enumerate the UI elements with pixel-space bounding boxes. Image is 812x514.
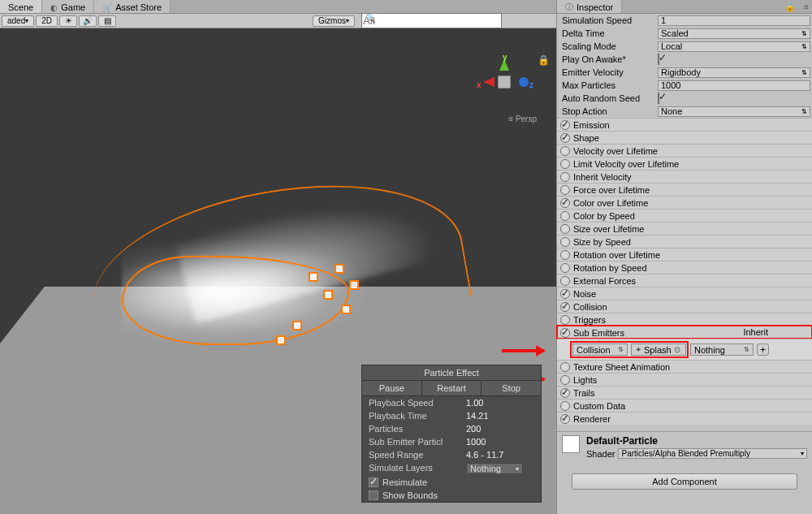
module-triggers[interactable]: Triggers: [557, 313, 812, 326]
resimulate-checkbox[interactable]: [369, 477, 378, 487]
add-component-row: Add Component: [572, 473, 797, 490]
delta-time-dropdown[interactable]: Scaled⇅: [658, 28, 810, 39]
module-enable-checkbox[interactable]: [560, 388, 570, 398]
shading-mode-dropdown[interactable]: aded ▾: [2, 15, 34, 27]
shader-dropdown[interactable]: Particles/Alpha Blended Premultiply▾: [618, 448, 807, 459]
playback-time-value[interactable]: 14.21: [466, 411, 489, 421]
play-on-awake-checkbox[interactable]: [658, 54, 659, 65]
particle-icon: ✦: [635, 345, 641, 354]
scaling-mode-dropdown[interactable]: Local⇅: [658, 41, 810, 52]
module-inherit-velocity[interactable]: Inherit Velocity: [557, 170, 812, 183]
module-enable-checkbox[interactable]: [560, 289, 570, 299]
material-name: Default-Particle: [562, 435, 807, 447]
module-enable-checkbox[interactable]: [560, 401, 570, 411]
tab-asset-store[interactable]: 🛒Asset Store: [94, 0, 171, 13]
projection-label[interactable]: ≡ Persp: [508, 114, 537, 123]
tab-game[interactable]: ◐Game: [42, 0, 94, 13]
module-enable-checkbox[interactable]: [560, 185, 570, 195]
gizmo-x-cone[interactable]: [483, 77, 495, 87]
sub-emitter-inherit-dropdown[interactable]: Nothing⇅: [690, 343, 754, 356]
annotation-arrow-1: [502, 349, 544, 352]
module-rotation-over-lifetime[interactable]: Rotation over Lifetime: [557, 248, 812, 261]
speaker-icon: 🔊: [83, 16, 93, 25]
material-header[interactable]: Default-Particle Shader Particles/Alpha …: [557, 431, 812, 462]
auto-random-seed-label: Auto Random Seed: [559, 93, 658, 103]
sub-emitter-condition-dropdown[interactable]: Collision⇅: [572, 343, 628, 356]
module-enable-checkbox[interactable]: [560, 237, 570, 247]
module-size-over-lifetime[interactable]: Size over Lifetime: [557, 222, 812, 235]
module-custom-data[interactable]: Custom Data: [557, 399, 812, 412]
module-limit-velocity-over-lifetime[interactable]: Limit Velocity over Lifetime: [557, 157, 812, 170]
module-enable-checkbox[interactable]: [560, 146, 570, 156]
module-enable-checkbox[interactable]: [560, 224, 570, 234]
tab-inspector[interactable]: ⓘ Inspector: [557, 0, 622, 13]
module-enable-checkbox[interactable]: [560, 250, 570, 260]
simulation-speed-field[interactable]: 1: [658, 15, 810, 26]
stop-action-dropdown[interactable]: None⇅: [658, 106, 810, 117]
module-force-over-lifetime[interactable]: Force over Lifetime: [557, 183, 812, 196]
module-enable-checkbox[interactable]: [560, 302, 570, 312]
fx-toggle[interactable]: ▤: [98, 15, 116, 27]
module-velocity-over-lifetime[interactable]: Velocity over Lifetime: [557, 144, 812, 157]
module-emission[interactable]: Emission: [557, 118, 812, 131]
orientation-gizmo[interactable]: x y z: [477, 53, 533, 110]
playback-speed-value[interactable]: 1.00: [466, 398, 483, 408]
simulate-layers-dropdown[interactable]: Nothing▾: [466, 463, 523, 474]
module-shape[interactable]: Shape: [557, 131, 812, 144]
gizmo-z-cone[interactable]: [519, 77, 529, 87]
module-color-over-lifetime[interactable]: Color over Lifetime: [557, 196, 812, 209]
module-texture-sheet-animation[interactable]: Texture Sheet Animation: [557, 360, 812, 373]
auto-random-seed-checkbox[interactable]: [658, 93, 659, 104]
module-lights[interactable]: Lights: [557, 373, 812, 386]
max-particles-field[interactable]: 1000: [658, 80, 810, 91]
module-enable-checkbox[interactable]: [560, 133, 570, 143]
lock-icon[interactable]: 🔒: [538, 54, 550, 66]
show-bounds-checkbox[interactable]: [369, 490, 378, 500]
module-enable-checkbox[interactable]: [560, 211, 570, 221]
module-external-forces[interactable]: External Forces: [557, 274, 812, 287]
pause-button[interactable]: Pause: [362, 381, 422, 395]
module-enable-checkbox[interactable]: [560, 375, 570, 385]
restart-button[interactable]: Restart: [422, 381, 482, 395]
module-enable-checkbox[interactable]: [560, 159, 570, 169]
module-sub-emitters[interactable]: Sub Emitters: [557, 326, 812, 339]
scene-search-input[interactable]: [361, 13, 502, 28]
sub-emitter-object-field[interactable]: ✦Splash⊙: [631, 343, 686, 356]
module-noise[interactable]: Noise: [557, 287, 812, 300]
object-picker-icon[interactable]: ⊙: [674, 345, 680, 354]
module-enable-checkbox[interactable]: [560, 315, 570, 325]
module-enable-checkbox[interactable]: [560, 328, 570, 338]
add-sub-emitter-button[interactable]: +: [757, 343, 769, 356]
tab-scene[interactable]: Scene: [0, 0, 42, 13]
module-enable-checkbox[interactable]: [560, 120, 570, 130]
inspector-lock-icon[interactable]: 🔒: [780, 2, 801, 12]
module-enable-checkbox[interactable]: [560, 362, 570, 372]
inspector-menu-icon[interactable]: ≡: [801, 2, 812, 11]
emitter-velocity-label: Emitter Velocity: [559, 67, 658, 77]
module-trails[interactable]: Trails: [557, 386, 812, 399]
module-collision[interactable]: Collision: [557, 300, 812, 313]
audio-toggle[interactable]: 🔊: [79, 15, 97, 27]
module-enable-checkbox[interactable]: [560, 198, 570, 208]
module-rotation-by-speed[interactable]: Rotation by Speed: [557, 261, 812, 274]
toggle-2d[interactable]: 2D: [36, 15, 58, 27]
updown-icon: ⇅: [744, 346, 749, 353]
gizmo-cube[interactable]: [498, 76, 511, 89]
module-color-by-speed[interactable]: Color by Speed: [557, 209, 812, 222]
selection-box: [276, 335, 286, 345]
module-enable-checkbox[interactable]: [560, 414, 570, 424]
scene-viewport[interactable]: x y z ≡ Persp 🔒 Particle Effect Pause Re…: [0, 28, 556, 514]
updown-icon: ⇅: [801, 108, 807, 115]
lighting-toggle[interactable]: ☀: [59, 15, 77, 27]
material-preview[interactable]: [562, 435, 580, 453]
particles-value: 200: [466, 424, 481, 434]
module-enable-checkbox[interactable]: [560, 263, 570, 273]
gizmos-dropdown[interactable]: Gizmos ▾: [313, 15, 355, 27]
stop-button[interactable]: Stop: [482, 381, 541, 395]
module-size-by-speed[interactable]: Size by Speed: [557, 235, 812, 248]
module-renderer[interactable]: Renderer: [557, 412, 812, 425]
module-enable-checkbox[interactable]: [560, 276, 570, 286]
emitter-velocity-dropdown[interactable]: Rigidbody⇅: [658, 67, 810, 78]
add-component-button[interactable]: Add Component: [572, 473, 797, 490]
module-enable-checkbox[interactable]: [560, 172, 570, 182]
